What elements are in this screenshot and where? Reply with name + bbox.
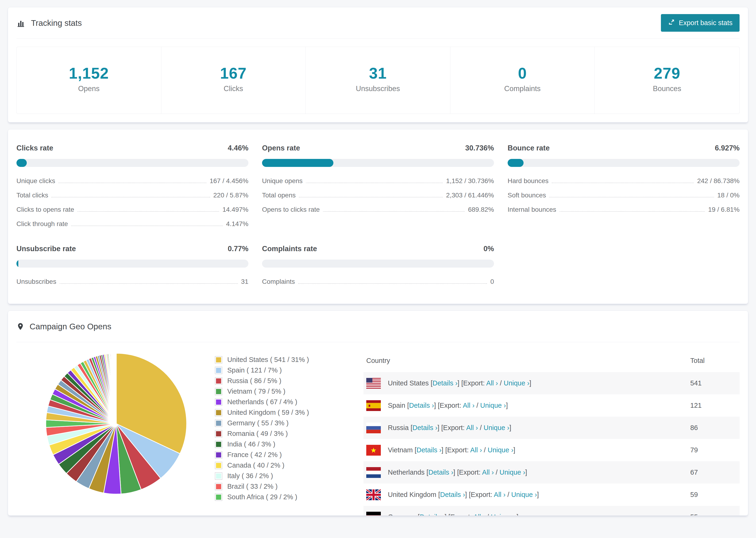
stat-label: Complaints bbox=[450, 84, 595, 93]
rate-detail-value: 242 / 86.738% bbox=[697, 177, 739, 185]
legend-swatch bbox=[215, 367, 222, 374]
rate-detail-row: Total clicks 220 / 5.87% bbox=[17, 191, 248, 199]
rate-value: 4.46% bbox=[228, 144, 248, 152]
export-unique-link[interactable]: Unique › bbox=[491, 513, 516, 515]
legend-swatch bbox=[215, 419, 222, 427]
legend-label: Italy ( 36 / 2% ) bbox=[227, 472, 273, 480]
slash: / bbox=[494, 468, 499, 476]
rate-detail-label: Unsubscribes bbox=[17, 278, 56, 286]
export-all-link[interactable]: All › bbox=[473, 513, 485, 515]
legend-label: Brazil ( 33 / 2% ) bbox=[227, 483, 278, 490]
export-icon bbox=[668, 19, 675, 27]
table-row: Vietnam [Details ›] [Export: All › / Uni… bbox=[363, 439, 739, 461]
rate-detail-label: Total clicks bbox=[17, 191, 48, 199]
details-link[interactable]: Details › bbox=[416, 446, 441, 454]
bracket: [ bbox=[431, 379, 432, 387]
slash: / bbox=[506, 491, 511, 498]
legend-label: India ( 46 / 3% ) bbox=[227, 440, 275, 448]
details-link[interactable]: Details › bbox=[412, 424, 437, 431]
export-unique-link[interactable]: Unique › bbox=[504, 379, 529, 387]
export-all-link[interactable]: All › bbox=[482, 468, 494, 476]
rate-detail-row: Clicks to opens rate 14.497% bbox=[17, 206, 248, 213]
export-all-link[interactable]: All › bbox=[463, 402, 474, 409]
country-links: Russia [Details ›] [Export: All › / Uniq… bbox=[388, 424, 511, 432]
details-link[interactable]: Details › bbox=[440, 491, 465, 498]
rate-value: 6.927% bbox=[715, 144, 739, 152]
export-unique-link[interactable]: Unique › bbox=[499, 468, 525, 476]
rate-detail-value: 1,152 / 30.736% bbox=[446, 177, 494, 185]
legend-swatch bbox=[215, 483, 222, 490]
export-unique-link[interactable]: Unique › bbox=[488, 446, 513, 454]
flag-es-icon bbox=[366, 400, 381, 411]
stat-cell: 1,152 Opens bbox=[17, 47, 161, 114]
rate-detail-value: 2,303 / 61.446% bbox=[446, 191, 494, 199]
legend-label: Germany ( 55 / 3% ) bbox=[227, 419, 289, 427]
dotted-leader bbox=[78, 211, 219, 212]
rate-detail-row: Unique opens 1,152 / 30.736% bbox=[262, 177, 494, 185]
export-unique-link[interactable]: Unique › bbox=[484, 424, 510, 431]
export-label: ] [Export: bbox=[465, 491, 494, 498]
rate-detail-label: Unique clicks bbox=[17, 177, 55, 185]
flag-nl-icon bbox=[366, 467, 381, 478]
rate-detail-label: Opens to clicks rate bbox=[262, 206, 320, 213]
rate-progress-bar bbox=[508, 159, 739, 167]
rate-block: Opens rate 30.736% Unique opens 1,152 / … bbox=[262, 144, 494, 228]
legend-swatch bbox=[215, 398, 222, 406]
geo-opens-pie-chart bbox=[45, 352, 188, 495]
rate-progress-bar bbox=[17, 260, 248, 268]
legend-swatch bbox=[215, 388, 222, 395]
bracket: ] bbox=[537, 491, 539, 498]
bracket: ] bbox=[513, 446, 515, 454]
rate-detail-row: Unique clicks 167 / 4.456% bbox=[17, 177, 248, 185]
rate-detail-label: Unique opens bbox=[262, 177, 303, 185]
rate-detail-label: Internal bounces bbox=[508, 206, 556, 213]
rate-detail-label: Complaints bbox=[262, 278, 295, 286]
stat-cell: 0 Complaints bbox=[450, 47, 595, 114]
country-links: United Kingdom [Details ›] [Export: All … bbox=[388, 491, 539, 499]
rate-detail-value: 18 / 0% bbox=[717, 191, 739, 199]
flag-ru-icon bbox=[366, 422, 381, 433]
table-row: Germany [Details ›] [Export: All › / Uni… bbox=[363, 506, 739, 515]
country-total: 541 bbox=[690, 372, 739, 394]
legend-swatch bbox=[215, 462, 222, 469]
details-link[interactable]: Details › bbox=[409, 402, 434, 409]
rate-detail-row: Unsubscribes 31 bbox=[17, 278, 248, 286]
export-all-link[interactable]: All › bbox=[470, 446, 482, 454]
export-unique-link[interactable]: Unique › bbox=[511, 491, 537, 498]
legend-label: United States ( 541 / 31% ) bbox=[227, 356, 309, 364]
rate-title: Bounce rate bbox=[508, 144, 550, 152]
dotted-leader bbox=[549, 197, 714, 197]
details-link[interactable]: Details › bbox=[428, 468, 453, 476]
export-label: ] [Export: bbox=[441, 446, 470, 454]
rate-detail-label: Soft bounces bbox=[508, 191, 546, 199]
details-link[interactable]: Details › bbox=[432, 379, 458, 387]
country-name: Germany bbox=[388, 513, 418, 515]
export-all-link[interactable]: All › bbox=[494, 491, 506, 498]
bracket: ] bbox=[506, 402, 508, 409]
dotted-leader bbox=[552, 183, 694, 183]
bracket: ] bbox=[529, 379, 531, 387]
stat-cell: 167 Clicks bbox=[161, 47, 306, 114]
legend-swatch bbox=[215, 356, 222, 364]
rate-detail-label: Hard bounces bbox=[508, 177, 549, 185]
dotted-leader bbox=[323, 211, 465, 212]
details-link[interactable]: Details › bbox=[419, 513, 445, 515]
export-label: ] [Export: bbox=[453, 468, 482, 476]
rate-progress-fill bbox=[508, 159, 523, 167]
rates-card: Clicks rate 4.46% Unique clicks 167 / 4.… bbox=[8, 129, 748, 304]
rate-detail-value: 4.147% bbox=[226, 220, 248, 228]
export-all-link[interactable]: All › bbox=[486, 379, 498, 387]
export-label: ] [Export: bbox=[458, 379, 486, 387]
country-name: Netherlands bbox=[388, 468, 426, 476]
country-name: United States bbox=[388, 379, 431, 387]
stat-cell: 279 Bounces bbox=[595, 47, 739, 114]
slash: / bbox=[498, 379, 504, 387]
rate-detail-row: Total opens 2,303 / 61.446% bbox=[262, 191, 494, 199]
export-basic-stats-button[interactable]: Export basic stats bbox=[661, 14, 739, 32]
export-all-link[interactable]: All › bbox=[466, 424, 478, 431]
rate-detail-row: Opens to clicks rate 689.82% bbox=[262, 206, 494, 213]
legend-item: United Kingdom ( 59 / 3% ) bbox=[215, 409, 345, 416]
legend-item: India ( 46 / 3% ) bbox=[215, 440, 345, 448]
export-unique-link[interactable]: Unique › bbox=[480, 402, 506, 409]
legend-swatch bbox=[215, 409, 222, 416]
